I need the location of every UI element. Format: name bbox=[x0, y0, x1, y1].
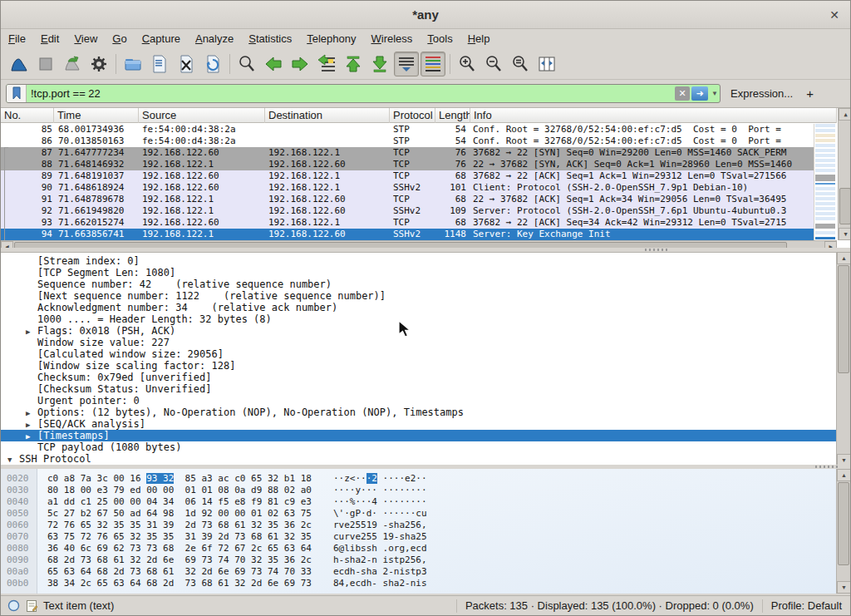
file-close-button[interactable] bbox=[174, 52, 199, 76]
expert-info-icon[interactable] bbox=[7, 599, 20, 612]
zoom-out-button[interactable] bbox=[481, 52, 506, 76]
collapsed-triangle-icon[interactable]: ▶ bbox=[26, 407, 30, 419]
hex-row-0090[interactable]: 009068 2d 73 68 61 32 2d 6e 69 73 74 70 … bbox=[1, 554, 837, 566]
title-bar[interactable]: *any ✕ bbox=[1, 1, 850, 29]
menu-go[interactable]: Go bbox=[105, 30, 134, 49]
filter-bookmark-button[interactable] bbox=[7, 85, 27, 102]
detail-line[interactable]: ▶[SEQ/ACK analysis] bbox=[1, 418, 837, 430]
menu-edit[interactable]: Edit bbox=[33, 30, 66, 49]
detail-line[interactable]: [Stream index: 0] bbox=[1, 255, 837, 267]
column-header-source[interactable]: Source bbox=[139, 108, 265, 123]
hex-row-0030[interactable]: 003080 18 00 e3 79 ed 00 00 01 01 08 0a … bbox=[1, 485, 837, 496]
hex-row-00a0[interactable]: 00a065 63 64 68 2d 73 68 61 32 2d 6e 69 … bbox=[1, 566, 837, 578]
file-save-button[interactable] bbox=[147, 52, 172, 76]
menu-statistics[interactable]: Statistics bbox=[241, 30, 299, 49]
detail-line[interactable]: [Window size scaling factor: 128] bbox=[1, 360, 837, 372]
hex-row-0070[interactable]: 007063 75 72 76 65 32 35 35 31 39 2d 73 … bbox=[1, 531, 837, 543]
detail-line[interactable]: ▶Options: (12 bytes), No-Operation (NOP)… bbox=[1, 407, 837, 418]
vscroll-thumb[interactable] bbox=[838, 482, 849, 565]
packet-row-92[interactable]: 9271.661949820192.168.122.1192.168.122.6… bbox=[1, 205, 814, 217]
filter-clear-button[interactable]: ✕ bbox=[675, 86, 690, 101]
detail-line[interactable]: 1000 .... = Header Length: 32 bytes (8) bbox=[1, 313, 837, 325]
packet-row-93[interactable]: 9371.662015274192.168.122.60192.168.122.… bbox=[1, 217, 814, 229]
scroll-up-icon[interactable]: ▲ bbox=[839, 108, 851, 121]
menu-view[interactable]: View bbox=[66, 30, 105, 49]
go-back-button[interactable] bbox=[261, 52, 286, 76]
capture-start-button[interactable] bbox=[7, 52, 32, 76]
zoom-100-button[interactable] bbox=[508, 52, 533, 76]
vscroll-thumb[interactable] bbox=[838, 265, 849, 373]
resize-columns-button[interactable] bbox=[534, 52, 559, 76]
packet-row-89[interactable]: 8971.648191037192.168.122.60192.168.122.… bbox=[1, 170, 814, 182]
detail-line[interactable]: Sequence number: 42 (relative sequence n… bbox=[1, 278, 837, 290]
packet-row-94[interactable]: 9471.663856741192.168.122.1192.168.122.6… bbox=[1, 229, 814, 240]
add-filter-button[interactable]: + bbox=[806, 86, 814, 101]
profile-text[interactable]: Profile: Default bbox=[771, 599, 842, 612]
detail-line[interactable]: ▶Flags: 0x018 (PSH, ACK) bbox=[1, 325, 837, 337]
bytes-vscrollbar[interactable]: ▲ ▼ bbox=[836, 469, 850, 594]
scroll-up-icon[interactable]: ▲ bbox=[837, 252, 851, 264]
packet-minimap[interactable] bbox=[814, 124, 836, 240]
detail-line[interactable]: Acknowledgment number: 34 (relative ack … bbox=[1, 302, 837, 313]
menu-wireless[interactable]: Wireless bbox=[364, 30, 421, 49]
detail-line[interactable]: [TCP Segment Len: 1080] bbox=[1, 267, 837, 278]
column-header-info[interactable]: Info bbox=[470, 108, 837, 123]
hex-row-0020[interactable]: 0020c0 a8 7a 3c 00 16 93 32 85 a3 ac c0 … bbox=[1, 473, 837, 485]
hex-row-00b0[interactable]: 00b038 34 2c 65 63 64 68 2d 73 68 61 32 … bbox=[1, 578, 837, 589]
column-header-time[interactable]: Time bbox=[54, 108, 139, 123]
menu-file[interactable]: File bbox=[1, 30, 33, 49]
detail-line[interactable]: Urgent pointer: 0 bbox=[1, 395, 837, 407]
scroll-down-icon[interactable]: ▼ bbox=[837, 581, 851, 594]
collapsed-triangle-icon[interactable]: ▶ bbox=[26, 326, 30, 338]
packet-row-90[interactable]: 9071.648618924192.168.122.60192.168.122.… bbox=[1, 182, 814, 194]
find-packet-button[interactable] bbox=[234, 52, 259, 76]
auto-scroll-button[interactable] bbox=[394, 52, 419, 76]
filter-apply-button[interactable]: ➜ bbox=[691, 86, 708, 101]
menu-tools[interactable]: Tools bbox=[420, 30, 460, 49]
packet-row-86[interactable]: 8670.013850163fe:54:00:d4:38:2aSTP54Conf… bbox=[1, 136, 814, 147]
detail-line[interactable]: [Checksum Status: Unverified] bbox=[1, 383, 837, 395]
hex-row-0060[interactable]: 006072 76 65 32 35 35 31 39 2d 73 68 61 … bbox=[1, 520, 837, 531]
expanded-triangle-icon[interactable]: ▼ bbox=[7, 454, 12, 466]
scroll-up-icon[interactable]: ▲ bbox=[837, 469, 851, 481]
go-bottom-button[interactable] bbox=[367, 52, 392, 76]
hex-row-0080[interactable]: 008036 40 6c 69 62 73 73 68 2e 6f 72 67 … bbox=[1, 543, 837, 554]
filter-dropdown-button[interactable]: ▼ bbox=[710, 90, 720, 97]
menu-help[interactable]: Help bbox=[460, 30, 498, 49]
colorize-button[interactable] bbox=[421, 52, 445, 76]
detail-line[interactable]: TCP payload (1080 bytes) bbox=[1, 441, 837, 453]
packet-row-85[interactable]: 8568.001734936fe:54:00:d4:38:2aSTP54Conf… bbox=[1, 124, 814, 136]
column-header-protocol[interactable]: Protocol bbox=[390, 108, 435, 123]
capture-stop-button[interactable] bbox=[33, 52, 58, 76]
go-forward-button[interactable] bbox=[288, 52, 312, 76]
packet-row-91[interactable]: 9171.648789678192.168.122.1192.168.122.6… bbox=[1, 194, 814, 205]
collapsed-triangle-icon[interactable]: ▶ bbox=[26, 431, 30, 442]
detail-line[interactable]: ▶[Timestamps] bbox=[1, 430, 837, 441]
expression-button[interactable]: Expression... bbox=[730, 87, 793, 100]
zoom-in-button[interactable] bbox=[455, 52, 480, 76]
hex-row-0050[interactable]: 00505c 27 b2 67 50 ad 64 98 1d 92 00 00 … bbox=[1, 508, 837, 520]
packet-list-header[interactable]: No.TimeSourceDestinationProtocolLengthIn… bbox=[1, 108, 837, 123]
file-open-button[interactable] bbox=[121, 52, 145, 76]
capture-restart-button[interactable] bbox=[60, 52, 85, 76]
go-to-packet-button[interactable] bbox=[314, 52, 339, 76]
hex-row-0040[interactable]: 0040a1 dd c1 25 00 00 04 34 06 14 f5 e8 … bbox=[1, 496, 837, 508]
display-filter-input[interactable] bbox=[27, 86, 675, 101]
go-top-button[interactable] bbox=[341, 52, 366, 76]
detail-line[interactable]: Checksum: 0x79ed [unverified] bbox=[1, 372, 837, 383]
detail-vscrollbar[interactable]: ▲ ▼ bbox=[836, 252, 850, 466]
hex-rows[interactable]: 0020c0 a8 7a 3c 00 16 93 32 85 a3 ac c0 … bbox=[1, 473, 837, 589]
detail-line[interactable]: [Next sequence number: 1122 (relative se… bbox=[1, 290, 837, 302]
scroll-down-icon[interactable]: ▼ bbox=[839, 228, 851, 240]
detail-line[interactable]: Window size value: 227 bbox=[1, 337, 837, 348]
detail-line[interactable]: [Calculated window size: 29056] bbox=[1, 348, 837, 360]
collapsed-triangle-icon[interactable]: ▶ bbox=[26, 419, 30, 431]
column-header-no[interactable]: No. bbox=[1, 108, 54, 123]
menu-capture[interactable]: Capture bbox=[135, 30, 188, 49]
close-window-button[interactable]: ✕ bbox=[825, 7, 844, 23]
vscroll-thumb[interactable] bbox=[839, 188, 851, 224]
packet-list-vscrollbar[interactable]: ▲ ▼ bbox=[838, 108, 851, 240]
column-header-length[interactable]: Length bbox=[435, 108, 470, 123]
display-filter-field[interactable]: ✕ ➜ ▼ bbox=[6, 84, 721, 103]
packet-row-88[interactable]: 8871.648146932192.168.122.1192.168.122.6… bbox=[1, 159, 814, 170]
